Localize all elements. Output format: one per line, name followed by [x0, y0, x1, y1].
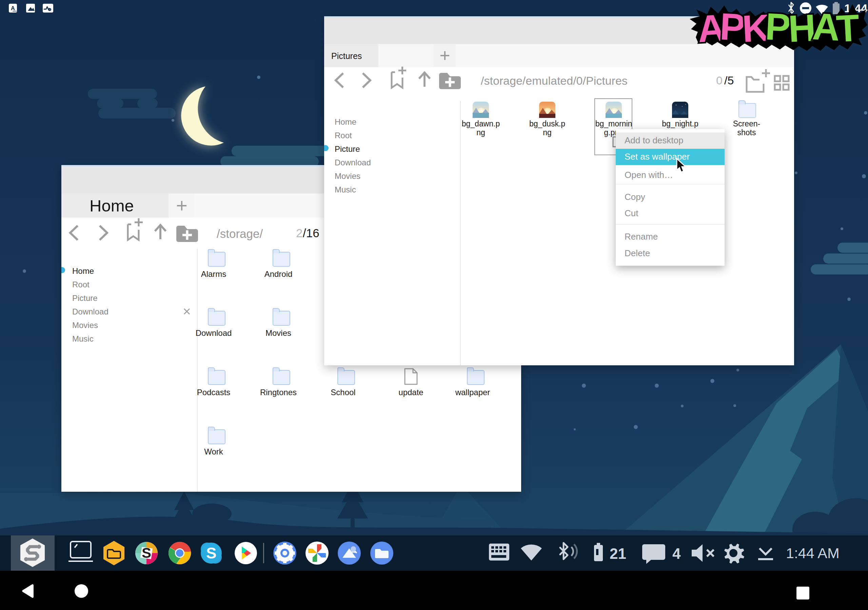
- svg-text:0: 0: [716, 74, 722, 87]
- svg-text:2: 2: [296, 226, 302, 240]
- svg-text:S: S: [142, 545, 151, 561]
- svg-text:S: S: [206, 544, 217, 562]
- svg-text:/storage/: /storage/: [217, 227, 263, 240]
- svg-text:1:44 AM: 1:44 AM: [786, 545, 840, 561]
- svg-text:/storage/emulated/0/Pictures: /storage/emulated/0/Pictures: [481, 74, 628, 87]
- svg-text:T: T: [835, 6, 860, 50]
- svg-text:/5: /5: [724, 74, 734, 87]
- svg-text:A: A: [11, 5, 15, 11]
- svg-text:21: 21: [610, 545, 626, 562]
- svg-text:4: 4: [673, 545, 681, 562]
- svg-text:/16: /16: [303, 226, 319, 240]
